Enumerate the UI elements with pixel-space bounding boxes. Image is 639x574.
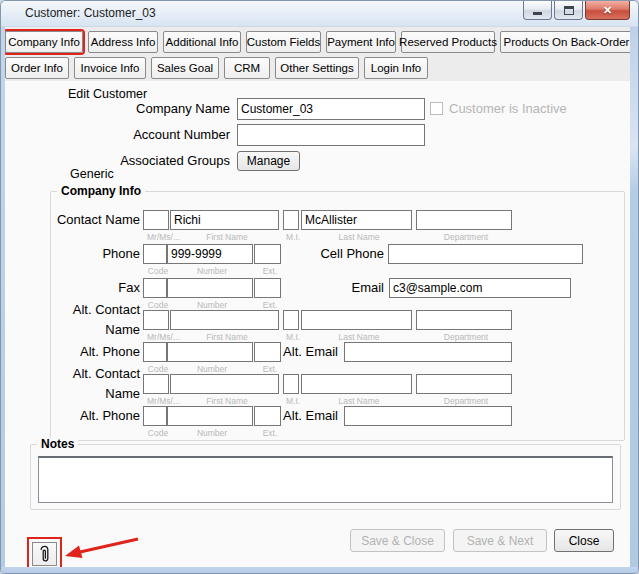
account-number-input[interactable] xyxy=(237,124,425,146)
contact-first-name-input[interactable] xyxy=(170,210,279,230)
fax-label: Fax xyxy=(51,278,143,298)
alt-email-label-2: Alt. Email xyxy=(281,406,340,426)
phone-row: Phone Cell Phone xyxy=(51,244,620,264)
tab-invoice-info[interactable]: Invoice Info xyxy=(74,57,146,79)
company-info-groupbox: Company Info Contact Name Mr/Ms/... Firs… xyxy=(50,191,625,441)
associated-groups-label: Associated Groups xyxy=(5,150,230,172)
caption-ext: Ext. xyxy=(263,300,278,310)
contact-prefix-input[interactable] xyxy=(143,210,169,230)
customer-inactive-label: Customer is Inactive xyxy=(449,101,567,116)
caption-last-name: Last Name xyxy=(338,332,379,342)
customer-inactive-checkbox xyxy=(430,102,443,115)
fax-ext-input[interactable] xyxy=(254,278,281,298)
alt1-first-name-input[interactable] xyxy=(170,310,279,330)
alt2-email-input[interactable] xyxy=(344,406,512,426)
caption-prefix: Mr/Ms/... xyxy=(147,332,180,342)
tab-other-settings[interactable]: Other Settings xyxy=(275,57,359,79)
alt2-phone-number-input[interactable] xyxy=(167,406,253,426)
tab-strip: Company Info Address Info Additional Inf… xyxy=(5,27,630,81)
tab-crm[interactable]: CRM xyxy=(224,57,270,79)
tab-row-1: Company Info Address Info Additional Inf… xyxy=(5,31,633,53)
caption-number: Number xyxy=(197,428,227,438)
contact-mi-input[interactable] xyxy=(283,210,299,230)
maximize-icon xyxy=(564,6,574,15)
alt-phone-row-1: Alt. Phone Alt. Email xyxy=(51,342,620,362)
customer-dialog-window: Customer: Customer_03 ✕ Company Info Add… xyxy=(0,0,639,574)
contact-last-name-input[interactable] xyxy=(301,210,412,230)
tab-sales-goal[interactable]: Sales Goal xyxy=(151,57,219,79)
caption-code: Code xyxy=(148,364,168,374)
alt1-phone-number-input[interactable] xyxy=(167,342,253,362)
caption-code: Code xyxy=(148,300,168,310)
minimize-button[interactable] xyxy=(523,1,552,20)
notes-textarea[interactable] xyxy=(38,456,613,503)
close-button[interactable]: Close xyxy=(554,529,614,552)
phone-ext-input[interactable] xyxy=(254,244,281,264)
alt1-department-input[interactable] xyxy=(416,310,512,330)
close-icon: ✕ xyxy=(603,5,612,16)
tab-login-info[interactable]: Login Info xyxy=(364,57,428,79)
window-border-right xyxy=(630,27,638,573)
cell-phone-input[interactable] xyxy=(388,244,583,264)
alt1-email-input[interactable] xyxy=(344,342,512,362)
contact-name-row: Contact Name xyxy=(51,210,620,230)
alt2-first-name-input[interactable] xyxy=(170,374,279,394)
close-window-button[interactable]: ✕ xyxy=(585,1,630,20)
caption-department: Department xyxy=(444,332,488,342)
save-and-next-button: Save & Next xyxy=(453,529,547,552)
caption-number: Number xyxy=(197,266,227,276)
alt2-mi-input[interactable] xyxy=(283,374,299,394)
caption-ext: Ext. xyxy=(263,266,278,276)
contact-name-label: Contact Name xyxy=(51,210,143,230)
caption-ext: Ext. xyxy=(263,428,278,438)
alt2-phone-ext-input[interactable] xyxy=(254,406,281,426)
caption-number: Number xyxy=(197,300,227,310)
phone-label: Phone xyxy=(51,244,143,264)
email-input[interactable] xyxy=(389,278,571,298)
alt2-phone-captions: Code Number Ext. xyxy=(51,428,624,439)
tab-reserved-products[interactable]: Reserved Products xyxy=(401,31,495,53)
tab-payment-info[interactable]: Payment Info xyxy=(326,31,396,53)
minimize-icon xyxy=(533,12,542,15)
fax-code-input[interactable] xyxy=(143,278,167,298)
alt2-prefix-input[interactable] xyxy=(143,374,169,394)
company-info-panel: Edit Customer Company Name Customer is I… xyxy=(5,81,630,567)
phone-number-input[interactable] xyxy=(167,244,253,264)
contact-name-captions: Mr/Ms/... First Name M.I. Last Name Depa… xyxy=(51,232,624,243)
alt2-phone-code-input[interactable] xyxy=(143,406,167,426)
tab-address-info[interactable]: Address Info xyxy=(88,31,158,53)
alt2-department-input[interactable] xyxy=(416,374,512,394)
caption-buttons: ✕ xyxy=(523,1,630,20)
alt-phone-label-2: Alt. Phone xyxy=(51,406,143,426)
contact-department-input[interactable] xyxy=(416,210,512,230)
caption-prefix: Mr/Ms/... xyxy=(147,396,180,406)
alt1-last-name-input[interactable] xyxy=(301,310,412,330)
tab-order-info[interactable]: Order Info xyxy=(5,57,69,79)
tab-additional-info[interactable]: Additional Info xyxy=(163,31,241,53)
tab-custom-fields[interactable]: Custom Fields xyxy=(246,31,321,53)
window-title: Customer: Customer_03 xyxy=(25,1,156,26)
caption-last-name: Last Name xyxy=(338,396,379,406)
caption-code: Code xyxy=(148,428,168,438)
alt-contact-name-row-2: Alt. Contact Name xyxy=(51,374,620,394)
maximize-button[interactable] xyxy=(554,1,583,20)
caption-first-name: First Name xyxy=(206,232,248,242)
tab-products-on-back-order[interactable]: Products On Back-Order xyxy=(500,31,633,53)
alt1-phone-ext-input[interactable] xyxy=(254,342,281,362)
company-name-input[interactable] xyxy=(237,98,425,120)
caption-department: Department xyxy=(444,232,488,242)
alt1-mi-input[interactable] xyxy=(283,310,299,330)
paperclip-icon xyxy=(38,545,51,563)
caption-mi: M.I. xyxy=(286,232,300,242)
fax-number-input[interactable] xyxy=(167,278,253,298)
generic-label: Generic xyxy=(70,167,114,181)
phone-code-input[interactable] xyxy=(143,244,167,264)
attachment-button[interactable] xyxy=(32,542,57,566)
manage-groups-button[interactable]: Manage xyxy=(237,151,300,171)
alt2-last-name-input[interactable] xyxy=(301,374,412,394)
alt1-phone-code-input[interactable] xyxy=(143,342,167,362)
alt1-prefix-input[interactable] xyxy=(143,310,169,330)
tab-company-info[interactable]: Company Info xyxy=(5,31,83,53)
caption-prefix: Mr/Ms/... xyxy=(147,232,180,242)
caption-mi: M.I. xyxy=(286,332,300,342)
